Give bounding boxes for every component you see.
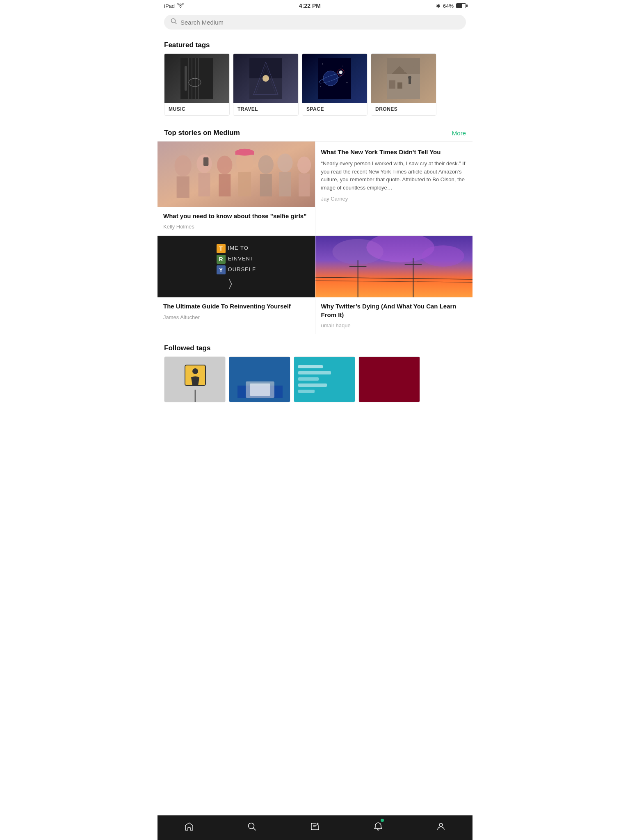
- time-display: 4:22 PM: [299, 2, 321, 9]
- story-title-selfie: What you need to know about those "selfi…: [163, 212, 309, 220]
- more-button[interactable]: More: [452, 130, 466, 137]
- featured-tags-scroll[interactable]: MUSIC TRAVEL: [158, 53, 472, 122]
- svg-point-21: [347, 82, 347, 83]
- story-body-reinvent: The Ultimate Guide To Reinventing Yourse…: [158, 297, 315, 326]
- svg-rect-46: [203, 158, 208, 166]
- svg-rect-28: [397, 82, 402, 89]
- followed-tag-img-2: [229, 357, 290, 402]
- tag-label-travel: TRAVEL: [233, 103, 298, 115]
- followed-tags-section: Followed tags: [158, 338, 472, 442]
- story-image-selfie: [158, 142, 315, 207]
- search-icon: [171, 18, 177, 26]
- story-card-nyt[interactable]: What The New York Times Didn't Tell You …: [315, 142, 473, 235]
- svg-point-36: [217, 155, 232, 174]
- svg-rect-39: [238, 172, 251, 196]
- tag-label-drones: DRONES: [371, 103, 436, 115]
- story-card-twitter[interactable]: Why Twitter’s Dying (And What You Can Le…: [315, 236, 473, 334]
- svg-point-22: [320, 86, 321, 87]
- story-card-reinvent[interactable]: T IME TO R EiNVENT Y OURSELF 〉 Th: [158, 236, 315, 334]
- device-name: iPad: [164, 3, 175, 9]
- story-excerpt-nyt: “Nearly every person I worked with, I sa…: [321, 160, 467, 192]
- story-title-twitter: Why Twitter’s Dying (And What You Can Le…: [321, 302, 467, 319]
- svg-rect-45: [299, 173, 310, 196]
- search-bar[interactable]: [164, 15, 466, 30]
- svg-point-12: [262, 75, 269, 82]
- story-author-twitter: umair haque: [321, 322, 467, 329]
- wifi-icon: [177, 3, 184, 9]
- svg-rect-41: [260, 174, 272, 196]
- svg-rect-72: [298, 390, 315, 393]
- status-bar: iPad 4:22 PM ✱ 64%: [158, 0, 472, 11]
- svg-rect-69: [298, 371, 331, 374]
- battery-percent: 64%: [443, 3, 454, 9]
- svg-rect-73: [359, 357, 420, 402]
- followed-tag-img-1: [164, 357, 225, 402]
- svg-point-17: [339, 71, 342, 74]
- svg-rect-33: [177, 176, 189, 198]
- svg-rect-68: [298, 365, 323, 368]
- tag-label-space: SPACE: [302, 103, 367, 115]
- svg-rect-48: [235, 151, 254, 155]
- featured-tags-header: Featured tags: [158, 34, 472, 53]
- tag-card-travel[interactable]: TRAVEL: [233, 53, 299, 116]
- story-image-twitter: [315, 236, 473, 297]
- bluetooth-icon: ✱: [436, 3, 441, 9]
- top-stories-header: Top stories on Medium More: [158, 122, 472, 141]
- svg-point-61: [192, 368, 198, 374]
- svg-rect-66: [250, 383, 270, 396]
- top-stories-title: Top stories on Medium: [164, 129, 240, 137]
- svg-point-44: [297, 156, 311, 173]
- followed-tag-2[interactable]: [229, 356, 290, 402]
- svg-point-32: [174, 155, 191, 176]
- search-input[interactable]: [180, 19, 459, 26]
- story-author-nyt: Jay Carney: [321, 196, 467, 202]
- battery-icon: [456, 3, 466, 8]
- story-body-twitter: Why Twitter’s Dying (And What You Can Le…: [315, 297, 473, 334]
- svg-rect-7: [185, 66, 187, 91]
- story-title-nyt: What The New York Times Didn't Tell You: [321, 148, 467, 156]
- followed-tag-img-4: [359, 357, 420, 402]
- story-card-selfie[interactable]: What you need to know about those "selfi…: [158, 142, 315, 235]
- followed-tags-scroll[interactable]: [158, 356, 472, 409]
- svg-rect-43: [279, 172, 291, 196]
- svg-point-52: [422, 245, 464, 267]
- svg-rect-30: [409, 79, 411, 84]
- followed-tags-title: Followed tags: [164, 344, 210, 352]
- svg-rect-35: [199, 173, 210, 196]
- tag-card-space[interactable]: SPACE: [302, 53, 368, 116]
- story-author-selfie: Kelly Holmes: [163, 224, 309, 230]
- svg-rect-37: [219, 174, 231, 196]
- svg-rect-70: [298, 377, 319, 381]
- followed-tag-img-3: [294, 357, 355, 402]
- followed-tag-1[interactable]: [164, 356, 226, 402]
- stories-grid: What you need to know about those "selfi…: [158, 141, 472, 334]
- search-bar-container: [158, 11, 472, 34]
- story-image-reinvent: T IME TO R EiNVENT Y OURSELF 〉: [158, 236, 315, 297]
- featured-tags-title: Featured tags: [164, 41, 210, 49]
- svg-rect-71: [298, 383, 327, 387]
- tag-card-music[interactable]: MUSIC: [164, 53, 230, 116]
- featured-tags-section: Featured tags MUSIC: [158, 34, 472, 122]
- tag-card-drones[interactable]: DRONES: [371, 53, 436, 116]
- story-title-reinvent: The Ultimate Guide To Reinventing Yourse…: [163, 302, 309, 310]
- svg-point-19: [322, 64, 323, 64]
- tag-label-music: MUSIC: [164, 103, 229, 115]
- followed-tag-4[interactable]: [358, 356, 420, 402]
- followed-tags-header: Followed tags: [158, 338, 472, 356]
- followed-tag-3[interactable]: [294, 356, 355, 402]
- svg-point-42: [277, 153, 292, 172]
- story-author-reinvent: James Altucher: [163, 314, 309, 320]
- story-body-selfie: What you need to know about those "selfi…: [158, 207, 315, 235]
- top-stories-section: Top stories on Medium More: [158, 122, 472, 334]
- svg-point-29: [408, 76, 411, 79]
- svg-rect-27: [389, 80, 395, 89]
- svg-point-20: [342, 66, 343, 66]
- svg-point-40: [258, 155, 274, 174]
